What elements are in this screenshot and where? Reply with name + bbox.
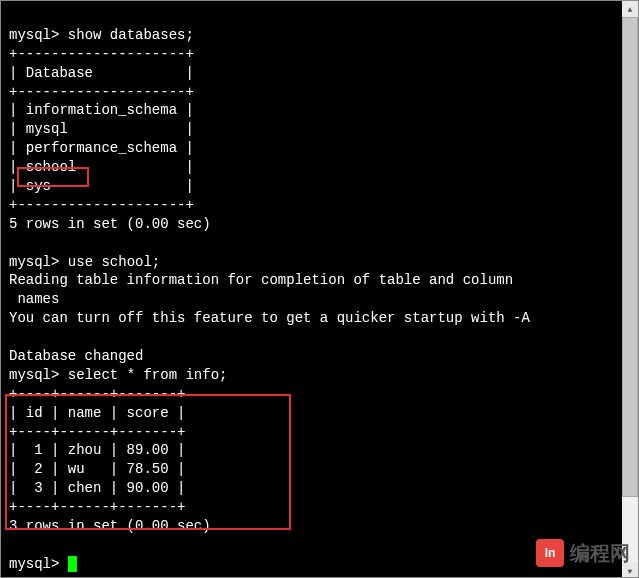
status-msg: You can turn off this feature to get a q… (9, 310, 530, 326)
table-row: | 3 | chen | 90.00 | (9, 480, 185, 496)
table-sep: +----+------+-------+ (9, 424, 185, 440)
table-header: | Database | (9, 65, 194, 81)
cursor[interactable] (68, 556, 77, 572)
table-sep: +----+------+-------+ (9, 499, 185, 515)
prompt: mysql> (9, 254, 59, 270)
command-use-school: use school; (68, 254, 160, 270)
command-select-info: select * from info; (68, 367, 228, 383)
table-row: | 2 | wu | 78.50 | (9, 461, 185, 477)
db-row: | sys | (9, 178, 194, 194)
watermark: ln 编程网 (536, 539, 630, 567)
command-show-databases: show databases; (68, 27, 194, 43)
watermark-text: 编程网 (570, 540, 630, 567)
scrollbar[interactable]: ▲ ▼ (622, 1, 638, 578)
result-summary: 5 rows in set (0.00 sec) (9, 216, 211, 232)
table-sep: +--------------------+ (9, 197, 194, 213)
scroll-up-arrow-icon[interactable]: ▲ (622, 1, 638, 17)
table-header: | id | name | score | (9, 405, 185, 421)
prompt: mysql> (9, 367, 59, 383)
watermark-logo-icon: ln (536, 539, 564, 567)
table-row: | 1 | zhou | 89.00 | (9, 442, 185, 458)
table-sep: +----+------+-------+ (9, 386, 185, 402)
table-sep: +--------------------+ (9, 84, 194, 100)
prompt: mysql> (9, 27, 59, 43)
result-summary: 3 rows in set (0.00 sec) (9, 518, 211, 534)
prompt: mysql> (9, 556, 59, 572)
table-sep: +--------------------+ (9, 46, 194, 62)
db-row-school: | school | (9, 159, 194, 175)
db-row: | performance_schema | (9, 140, 194, 156)
scrollbar-thumb[interactable] (622, 17, 638, 497)
db-row: | information_schema | (9, 102, 194, 118)
status-msg: Reading table information for completion… (9, 272, 513, 307)
terminal-output: mysql> show databases; +----------------… (1, 1, 638, 578)
db-row: | mysql | (9, 121, 194, 137)
status-msg: Database changed (9, 348, 143, 364)
